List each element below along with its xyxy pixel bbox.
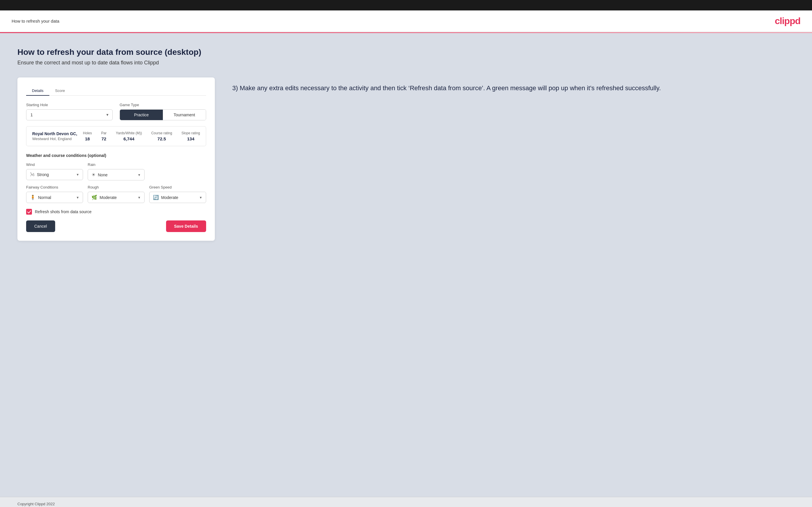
stat-course-rating-label: Course rating bbox=[151, 131, 172, 135]
green-speed-group: Green Speed 🔄 Moderate ▼ bbox=[149, 185, 206, 203]
button-row: Cancel Save Details bbox=[26, 220, 206, 232]
stat-yards-label: Yards/White (M)) bbox=[116, 131, 142, 135]
game-type-group: Game Type Practice Tournament bbox=[119, 103, 206, 120]
conditions-title: Weather and course conditions (optional) bbox=[26, 153, 206, 158]
header-title: How to refresh your data bbox=[12, 18, 59, 23]
instructions-text: 3) Make any extra edits necessary to the… bbox=[232, 83, 795, 93]
refresh-checkbox[interactable] bbox=[26, 209, 32, 215]
green-speed-value: Moderate bbox=[161, 195, 199, 200]
stat-slope-rating-value: 134 bbox=[182, 136, 200, 141]
wind-icon: 🌬 bbox=[30, 172, 35, 177]
check-icon bbox=[27, 210, 31, 214]
course-info-text: Royal North Devon GC, Westward Hol, Engl… bbox=[32, 131, 77, 141]
fairway-select[interactable]: 🧍 Normal ▼ bbox=[26, 192, 83, 203]
tournament-button[interactable]: Tournament bbox=[163, 110, 206, 120]
rain-icon: ☀ bbox=[92, 172, 96, 177]
rough-group: Rough 🌿 Moderate ▼ bbox=[88, 185, 145, 203]
fairway-rough-green-row: Fairway Conditions 🧍 Normal ▼ Rough 🌿 Mo… bbox=[26, 185, 206, 203]
game-type-toggle: Practice Tournament bbox=[119, 109, 206, 120]
stat-yards: Yards/White (M)) 6,744 bbox=[116, 131, 142, 141]
save-button[interactable]: Save Details bbox=[166, 220, 206, 232]
footer: Copyright Clippd 2022 bbox=[0, 497, 812, 507]
stat-holes-value: 18 bbox=[83, 136, 92, 141]
refresh-checkbox-row: Refresh shots from data source bbox=[26, 209, 206, 215]
stat-yards-value: 6,744 bbox=[116, 136, 142, 141]
rain-arrow-icon: ▼ bbox=[138, 173, 141, 177]
starting-hole-group: Starting Hole 1 10 ▼ bbox=[26, 103, 113, 120]
rough-label: Rough bbox=[88, 185, 145, 189]
content-area: Details Score Starting Hole 1 10 ▼ bbox=[17, 77, 795, 241]
fairway-label: Fairway Conditions bbox=[26, 185, 83, 189]
tab-details[interactable]: Details bbox=[26, 86, 49, 96]
stat-holes: Holes 18 bbox=[83, 131, 92, 141]
stat-slope-rating-label: Slope rating bbox=[182, 131, 200, 135]
course-name: Royal North Devon GC, bbox=[32, 131, 77, 136]
wind-value: Strong bbox=[37, 172, 76, 177]
stat-par: Par 72 bbox=[101, 131, 107, 141]
green-speed-icon: 🔄 bbox=[153, 194, 159, 200]
partial-tabs: Details Score bbox=[26, 86, 206, 96]
logo: clippd bbox=[775, 16, 800, 26]
fairway-icon: 🧍 bbox=[30, 194, 36, 200]
game-type-label: Game Type bbox=[119, 103, 206, 107]
wind-arrow-icon: ▼ bbox=[76, 173, 79, 176]
wind-group: Wind 🌬 Strong ▼ bbox=[26, 162, 83, 180]
green-speed-select[interactable]: 🔄 Moderate ▼ bbox=[149, 192, 206, 203]
cancel-button[interactable]: Cancel bbox=[26, 220, 55, 232]
fairway-arrow-icon: ▼ bbox=[76, 196, 79, 199]
rain-select[interactable]: ☀ None ▼ bbox=[88, 169, 145, 180]
green-speed-label: Green Speed bbox=[149, 185, 206, 189]
rough-icon: 🌿 bbox=[92, 194, 97, 200]
page-subheading: Ensure the correct and most up to date d… bbox=[17, 60, 795, 66]
stat-par-value: 72 bbox=[101, 136, 107, 141]
header: How to refresh your data clippd bbox=[0, 10, 812, 32]
fairway-group: Fairway Conditions 🧍 Normal ▼ bbox=[26, 185, 83, 203]
fairway-value: Normal bbox=[38, 195, 76, 200]
starting-hole-select-wrapper: 1 10 ▼ bbox=[26, 109, 113, 120]
course-stats: Holes 18 Par 72 Yards/White (M)) 6,744 C… bbox=[83, 131, 200, 141]
stat-slope-rating: Slope rating 134 bbox=[182, 131, 200, 141]
rain-label: Rain bbox=[88, 162, 145, 167]
rain-value: None bbox=[98, 173, 138, 177]
starting-hole-select[interactable]: 1 10 bbox=[26, 109, 113, 120]
top-bar bbox=[0, 0, 812, 10]
stat-course-rating: Course rating 72.5 bbox=[151, 131, 172, 141]
stat-par-label: Par bbox=[101, 131, 107, 135]
rain-group: Rain ☀ None ▼ bbox=[88, 162, 145, 180]
rough-value: Moderate bbox=[100, 195, 138, 200]
stat-course-rating-value: 72.5 bbox=[151, 136, 172, 141]
stat-holes-label: Holes bbox=[83, 131, 92, 135]
wind-rain-row: Wind 🌬 Strong ▼ Rain ☀ None ▼ bbox=[26, 162, 206, 180]
form-card: Details Score Starting Hole 1 10 ▼ bbox=[17, 77, 215, 241]
course-location: Westward Hol, England bbox=[32, 136, 77, 141]
starting-hole-label: Starting Hole bbox=[26, 103, 113, 107]
starting-hole-game-type-row: Starting Hole 1 10 ▼ Game Type Practice … bbox=[26, 103, 206, 120]
footer-copyright: Copyright Clippd 2022 bbox=[17, 502, 55, 506]
wind-select[interactable]: 🌬 Strong ▼ bbox=[26, 169, 83, 180]
course-info-box: Royal North Devon GC, Westward Hol, Engl… bbox=[26, 126, 206, 146]
practice-button[interactable]: Practice bbox=[120, 110, 163, 120]
wind-label: Wind bbox=[26, 162, 83, 167]
main-content: How to refresh your data from source (de… bbox=[0, 33, 812, 497]
page-heading: How to refresh your data from source (de… bbox=[17, 48, 795, 57]
rough-select[interactable]: 🌿 Moderate ▼ bbox=[88, 192, 145, 203]
green-speed-arrow-icon: ▼ bbox=[199, 196, 202, 199]
instructions-panel: 3) Make any extra edits necessary to the… bbox=[232, 77, 795, 93]
tab-score[interactable]: Score bbox=[49, 86, 71, 96]
refresh-label: Refresh shots from data source bbox=[35, 210, 92, 214]
rough-arrow-icon: ▼ bbox=[138, 196, 141, 199]
